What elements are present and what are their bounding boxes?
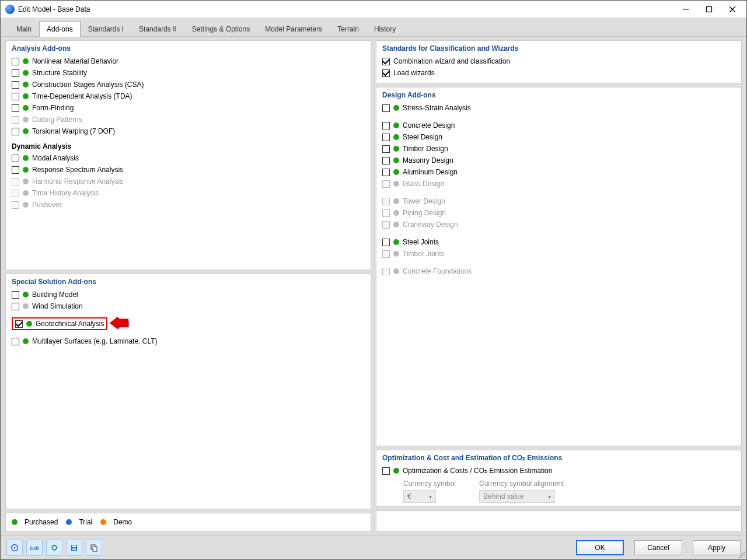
checkbox[interactable] xyxy=(12,338,19,345)
legend-label: Trial xyxy=(79,518,92,526)
addon-label: Pushover xyxy=(32,201,62,209)
checkbox xyxy=(382,209,390,217)
checkbox xyxy=(382,221,390,229)
standards-title: Standards for Classification and Wizards xyxy=(382,44,735,52)
status-dot-icon xyxy=(23,105,29,111)
addon-label: Geotechnical Analysis xyxy=(36,320,104,328)
status-dot-icon xyxy=(393,123,399,128)
minimize-button[interactable] xyxy=(674,1,697,18)
copy-button[interactable] xyxy=(86,540,102,556)
status-dot-icon xyxy=(23,167,29,173)
addon-row: Time History Analysis xyxy=(12,188,365,198)
tab-main[interactable]: Main xyxy=(9,21,39,37)
checkbox[interactable] xyxy=(382,145,390,153)
checkbox[interactable] xyxy=(12,93,19,100)
legend-label: Demo xyxy=(113,518,132,526)
addon-label: Time-Dependent Analysis (TDA) xyxy=(32,92,132,100)
ok-button[interactable]: OK xyxy=(576,540,624,555)
addon-row: Pushover xyxy=(12,200,365,210)
checkbox[interactable] xyxy=(12,81,19,89)
legend-dot-icon xyxy=(100,519,106,525)
chevron-down-icon: ▾ xyxy=(548,494,551,500)
checkbox[interactable] xyxy=(12,166,19,174)
checkbox[interactable] xyxy=(12,155,19,162)
checkbox[interactable] xyxy=(12,303,19,310)
addon-label: Building Model xyxy=(32,290,78,299)
checkbox[interactable] xyxy=(15,320,23,328)
addon-label: Concrete Design xyxy=(403,121,455,130)
tab-standards-i[interactable]: Standards I xyxy=(81,21,131,37)
select-value: € xyxy=(407,492,411,501)
addon-label: Stress-Strain Analysis xyxy=(403,104,471,112)
addon-row: Cutting Patterns xyxy=(12,114,365,125)
addon-label: Masonry Design xyxy=(403,156,453,164)
checkbox[interactable] xyxy=(12,104,19,112)
help-button[interactable] xyxy=(6,540,23,556)
addon-row: Steel Design xyxy=(382,132,735,142)
checkbox xyxy=(12,190,19,197)
checkbox[interactable] xyxy=(12,69,19,77)
tab-model-parameters[interactable]: Model Parameters xyxy=(257,21,330,37)
addon-row: Time-Dependent Analysis (TDA) xyxy=(12,91,365,102)
addon-row: Steel Joints xyxy=(382,237,735,247)
status-dot-icon xyxy=(393,198,399,204)
status-dot-icon xyxy=(393,468,399,474)
addon-row: Construction Stages Analysis (CSA) xyxy=(12,79,365,90)
svg-rect-1 xyxy=(707,6,712,12)
currency-align-label: Currency symbol alignment xyxy=(479,480,564,488)
checkbox[interactable] xyxy=(12,291,19,299)
addon-label: Glass Design xyxy=(403,180,444,188)
addon-label: Concrete Foundations xyxy=(403,267,472,275)
tab-history[interactable]: History xyxy=(366,21,403,37)
addon-row: Optimization & Costs / CO₂ Emission Esti… xyxy=(382,466,735,476)
addon-row: Building Model xyxy=(12,289,365,300)
addon-label: Cutting Patterns xyxy=(32,116,82,124)
addon-row: Timber Design xyxy=(382,144,735,154)
addon-row: Form-Finding xyxy=(12,103,365,113)
checkbox[interactable] xyxy=(382,134,390,141)
status-dot-icon xyxy=(393,169,399,175)
svg-rect-8 xyxy=(72,545,76,547)
save-default-button[interactable] xyxy=(66,540,82,556)
addon-label: Harmonic Response Analysis xyxy=(32,177,123,186)
checkbox[interactable] xyxy=(12,128,19,135)
addon-label: Steel Joints xyxy=(403,238,439,246)
refresh-button[interactable] xyxy=(46,540,62,556)
tab-bar: Main Add-ons Standards I Standards II Se… xyxy=(1,18,746,37)
tab-standards-ii[interactable]: Standards II xyxy=(131,21,184,37)
tab-terrain[interactable]: Terrain xyxy=(330,21,366,37)
option-label: Load wizards xyxy=(393,69,435,77)
tab-settings-options[interactable]: Settings & Options xyxy=(184,21,257,37)
units-button[interactable]: 0.00 xyxy=(26,540,43,556)
currency-symbol-label: Currency symbol xyxy=(403,480,456,488)
checkbox[interactable] xyxy=(12,58,19,65)
resize-grip-icon[interactable] xyxy=(738,551,745,558)
checkbox[interactable] xyxy=(382,157,390,164)
status-dot-icon xyxy=(23,93,29,99)
checkbox[interactable] xyxy=(382,122,390,130)
maximize-button[interactable] xyxy=(697,1,721,18)
status-dot-icon xyxy=(393,239,399,245)
cancel-button[interactable]: Cancel xyxy=(634,540,682,555)
analysis-addons-title: Analysis Add-ons xyxy=(12,44,365,52)
checkbox[interactable] xyxy=(382,239,390,246)
addon-row: Timber Joints xyxy=(382,249,735,259)
tab-addons[interactable]: Add-ons xyxy=(39,21,81,37)
apply-button[interactable]: Apply xyxy=(693,540,741,555)
addon-row: Torsional Warping (7 DOF) xyxy=(12,126,365,136)
select-value: Behind value xyxy=(483,492,523,501)
checkbox[interactable] xyxy=(382,104,390,112)
close-button[interactable] xyxy=(721,1,744,18)
checkbox[interactable] xyxy=(382,169,390,176)
arrow-annotation-icon xyxy=(110,317,130,331)
checkbox[interactable] xyxy=(382,467,390,475)
checkbox[interactable] xyxy=(382,58,390,65)
addon-row: Masonry Design xyxy=(382,155,735,166)
addon-row: Glass Design xyxy=(382,178,735,189)
checkbox[interactable] xyxy=(382,69,390,77)
status-dot-icon xyxy=(23,338,29,344)
status-dot-icon xyxy=(23,190,29,196)
checkbox xyxy=(382,198,390,205)
status-dot-icon xyxy=(23,303,29,309)
status-dot-icon xyxy=(393,251,399,257)
